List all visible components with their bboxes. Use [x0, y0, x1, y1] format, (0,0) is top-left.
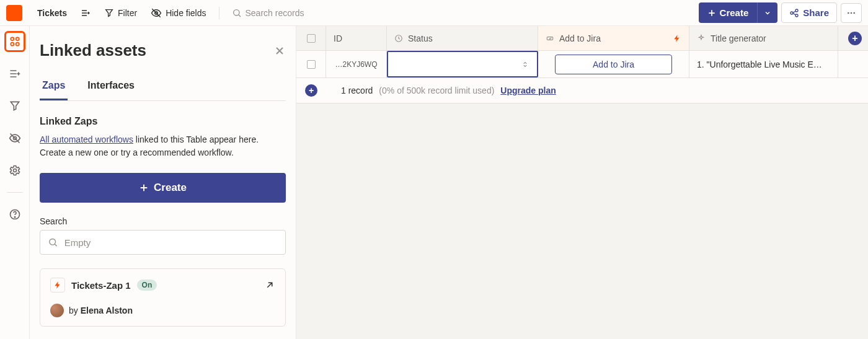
status-icon: [394, 34, 403, 43]
create-dropdown-button[interactable]: [757, 2, 777, 23]
cell-status[interactable]: [387, 51, 538, 77]
panel-create-button[interactable]: Create: [40, 173, 286, 203]
add-column-button[interactable]: +: [848, 32, 862, 45]
zap-card[interactable]: Tickets-Zap 1 On by Elena Alston: [40, 268, 286, 327]
svg-point-11: [16, 43, 19, 46]
avatar: [50, 304, 64, 317]
more-menu-button[interactable]: [841, 3, 862, 23]
linked-assets-panel: Linked assets Zaps Interfaces Linked Zap…: [30, 26, 296, 339]
tab-zaps[interactable]: Zaps: [40, 75, 68, 100]
eye-off-icon: [151, 7, 162, 19]
bolt-icon: [673, 34, 681, 43]
svg-point-15: [14, 217, 15, 218]
col-header-add-to-jira[interactable]: Add to Jira: [538, 26, 689, 50]
cell-title-generator[interactable]: 1. "Unforgettable Live Music E…: [689, 51, 838, 77]
svg-point-13: [13, 169, 16, 172]
checkbox[interactable]: [307, 34, 316, 43]
hide-fields-button[interactable]: Hide fields: [146, 4, 211, 22]
table-footer: + 1 record (0% of 500k record limit used…: [296, 78, 868, 103]
svg-point-6: [851, 12, 852, 14]
panel-close-button[interactable]: [273, 45, 286, 57]
svg-point-8: [11, 37, 14, 40]
button-field-icon: [546, 34, 554, 43]
table-row[interactable]: …2KYJ6WQ Add to Jira 1. "Unforgettable L…: [296, 51, 868, 78]
search-records-wrapper: [227, 4, 374, 22]
rail-filter[interactable]: [4, 95, 25, 117]
select-all-header[interactable]: [296, 26, 326, 50]
rail-divider: [7, 192, 23, 193]
author-name: Elena Alston: [81, 306, 133, 315]
add-column-icon: [81, 8, 91, 18]
linked-zaps-heading: Linked Zaps: [40, 116, 286, 127]
search-records-input[interactable]: [246, 8, 370, 18]
sort-arrows-icon: [521, 60, 529, 69]
rail-help[interactable]: [4, 204, 25, 225]
bolt-icon: [50, 278, 65, 293]
create-button-label: Create: [720, 7, 749, 18]
svg-point-5: [848, 12, 849, 14]
col-header-title-generator[interactable]: Title generator: [689, 26, 838, 50]
tab-tickets[interactable]: Tickets: [32, 4, 72, 22]
all-workflows-link[interactable]: All automated workflows: [40, 134, 133, 144]
status-label: Status: [408, 33, 433, 43]
search-zaps-label: Search: [40, 216, 286, 226]
row-checkbox-cell[interactable]: [296, 51, 326, 77]
filter-label: Filter: [118, 8, 137, 18]
add-to-jira-row-button[interactable]: Add to Jira: [555, 55, 672, 74]
plus-icon: [707, 9, 716, 17]
new-field-button[interactable]: [76, 4, 95, 22]
panel-title: Linked assets: [40, 41, 146, 60]
open-external-icon: [264, 280, 275, 291]
search-icon: [232, 8, 242, 18]
filter-icon: [9, 100, 21, 112]
svg-point-4: [795, 14, 798, 17]
sparkle-icon: [697, 34, 706, 43]
svg-point-7: [853, 12, 855, 14]
linked-assets-icon: [9, 35, 21, 48]
svg-point-9: [16, 37, 19, 40]
filter-icon: [104, 8, 114, 18]
panel-tabs: Zaps Interfaces: [40, 75, 286, 101]
search-zaps-input[interactable]: [64, 237, 278, 248]
zap-author-row: by Elena Alston: [50, 304, 275, 317]
add-column-icon: [9, 68, 21, 80]
panel-create-label: Create: [154, 182, 187, 194]
checkbox[interactable]: [307, 60, 316, 69]
zap-card-title: Tickets-Zap 1: [71, 280, 131, 291]
jira-label: Add to Jira: [559, 33, 601, 43]
cell-id[interactable]: …2KYJ6WQ: [326, 51, 387, 77]
rail-linked-assets[interactable]: [4, 31, 25, 52]
open-zap-button[interactable]: [264, 280, 275, 291]
create-button[interactable]: Create: [699, 2, 758, 23]
svg-point-2: [790, 12, 793, 14]
col-header-id[interactable]: ID: [326, 26, 387, 50]
filter-button[interactable]: Filter: [99, 4, 142, 22]
records-table: ID Status Add to Jira Title generator …2…: [296, 26, 868, 339]
upgrade-plan-link[interactable]: Upgrade plan: [500, 86, 556, 95]
linked-zaps-description: All automated workflows linked to this T…: [40, 133, 286, 159]
zap-status-badge: On: [137, 280, 157, 291]
hide-fields-label: Hide fields: [166, 8, 206, 18]
search-zaps-wrapper: [40, 230, 286, 255]
tab-interfaces[interactable]: Interfaces: [85, 75, 137, 100]
rail-hide-fields[interactable]: [4, 128, 25, 149]
toolbar-divider: [219, 7, 219, 19]
col-header-status[interactable]: Status: [387, 26, 538, 50]
rail-fields[interactable]: [4, 63, 25, 84]
add-record-button[interactable]: +: [305, 84, 317, 97]
svg-point-1: [233, 9, 239, 15]
dots-icon: [846, 8, 856, 18]
cell-add-to-jira: Add to Jira: [538, 51, 689, 77]
svg-point-16: [50, 239, 56, 245]
plus-icon: [139, 183, 149, 193]
chevron-down-icon: [764, 9, 771, 17]
svg-point-10: [11, 43, 14, 46]
close-icon: [273, 45, 286, 57]
record-count: 1 record: [341, 86, 373, 95]
rail-settings[interactable]: [4, 160, 25, 181]
share-button[interactable]: Share: [781, 2, 837, 23]
help-icon: [9, 208, 21, 221]
table-header-row: ID Status Add to Jira Title generator: [296, 26, 868, 51]
share-icon: [789, 8, 799, 18]
left-rail: [0, 26, 30, 339]
